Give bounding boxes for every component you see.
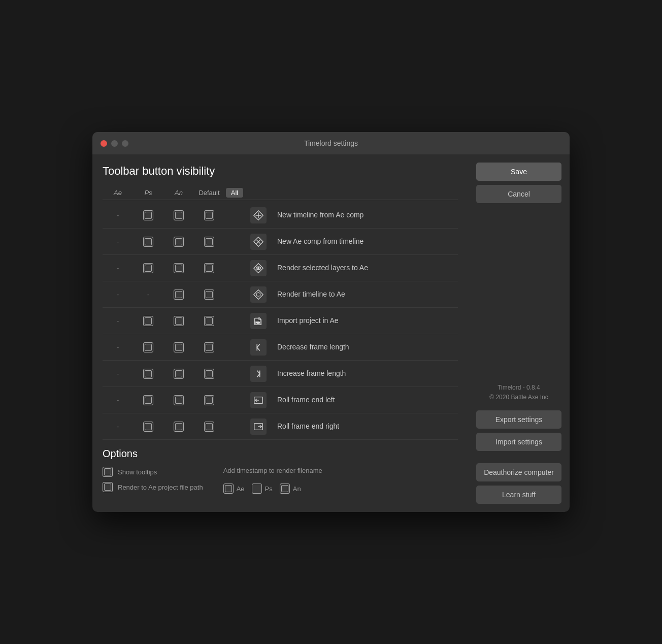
timestamp-an-label: An (293, 485, 301, 493)
timestamp-checkboxes: Ae Ps An (223, 484, 322, 494)
toolbar-section-title: Toolbar button visibility (103, 165, 458, 178)
svg-marker-9 (254, 289, 263, 299)
default-checkbox[interactable] (204, 369, 214, 379)
an-checkbox[interactable] (174, 342, 184, 352)
maximize-button[interactable] (122, 140, 128, 147)
ps-checkbox[interactable] (143, 210, 153, 220)
eye-diamond-icon (253, 263, 264, 274)
an-checkbox[interactable] (174, 316, 184, 326)
settings-window: Timelord settings Toolbar button visibil… (92, 132, 570, 512)
roll-frame-left-icon (250, 392, 267, 408)
render-to-ae-checkbox[interactable] (103, 482, 113, 492)
ps-checkbox[interactable] (143, 369, 153, 379)
minimize-button[interactable] (111, 140, 118, 147)
table-row: - Ne (103, 229, 458, 255)
an-checkbox[interactable] (174, 263, 184, 273)
render-selected-icon (250, 260, 267, 276)
timestamp-ae-item[interactable]: Ae (223, 484, 245, 494)
table-row: - Re (103, 255, 458, 281)
all-button[interactable]: All (226, 188, 243, 198)
toolbar-items-list[interactable]: - Ne (103, 202, 458, 440)
options-left-col: Show tooltips Render to Ae project file … (103, 467, 203, 494)
render-to-ae-row[interactable]: Render to Ae project file path (103, 482, 203, 492)
export-settings-button[interactable]: Export settings (476, 410, 561, 429)
default-checkbox[interactable] (204, 289, 214, 300)
show-tooltips-label: Show tooltips (118, 468, 157, 476)
deauthorize-button[interactable]: Deauthorize computer (476, 463, 561, 481)
default-checkbox[interactable] (204, 210, 214, 220)
ps-checkbox[interactable] (143, 237, 153, 247)
options-section: Options Show tooltips Render to Ae proje… (103, 440, 458, 502)
ps-checkbox[interactable] (143, 422, 153, 432)
col-header-ae: Ae (103, 189, 133, 197)
roll-frame-right-icon (250, 418, 267, 435)
roll-right-icon (253, 421, 264, 432)
arrow-right-bracket-icon (253, 368, 264, 379)
close-button[interactable] (101, 140, 107, 147)
default-checkbox[interactable] (204, 342, 214, 352)
item-label: New timeline from Ae comp (272, 210, 458, 219)
col-header-ps: Ps (133, 189, 163, 197)
left-panel: Toolbar button visibility Ae Ps An Defau… (92, 154, 468, 512)
default-checkbox[interactable] (204, 422, 214, 432)
default-checkbox[interactable] (204, 237, 214, 247)
ps-checkbox[interactable] (143, 263, 153, 273)
show-tooltips-row[interactable]: Show tooltips (103, 467, 203, 477)
an-checkbox[interactable] (174, 422, 184, 432)
timestamp-ae-checkbox[interactable] (223, 484, 234, 494)
timestamp-label: Add timestamp to render filename (223, 467, 322, 474)
table-row: - Ne (103, 202, 458, 229)
table-row: - Decrease frame leng (103, 334, 458, 361)
column-headers: Ae Ps An Default All (103, 186, 458, 200)
cancel-button[interactable]: Cancel (476, 185, 561, 203)
table-row: - Ro (103, 413, 458, 440)
col-header-an: An (163, 189, 194, 197)
import-settings-button[interactable]: Import settings (476, 433, 561, 451)
copyright-text: © 2020 Battle Axe Inc (476, 393, 561, 402)
an-checkbox[interactable] (174, 369, 184, 379)
new-timeline-icon (250, 207, 267, 223)
an-cell[interactable] (163, 210, 194, 220)
learn-stuff-button[interactable]: Learn stuff (476, 486, 561, 504)
timestamp-an-item[interactable]: An (280, 484, 301, 494)
timestamp-ps-item[interactable]: Ps (252, 484, 273, 494)
svg-text:PSD: PSD (256, 321, 260, 324)
increase-frame-icon (250, 366, 267, 382)
version-info: Timelord - 0.8.4 © 2020 Battle Axe Inc (476, 383, 561, 402)
default-checkbox[interactable] (204, 395, 214, 405)
import-project-icon: PSD (250, 313, 267, 329)
titlebar: Timelord settings (92, 132, 570, 154)
right-panel: Save Cancel Timelord - 0.8.4 © 2020 Batt… (468, 154, 570, 512)
table-row: - Increase frame leng (103, 361, 458, 387)
traffic-lights (101, 140, 128, 147)
render-to-ae-label: Render to Ae project file path (118, 484, 203, 491)
default-checkbox[interactable] (204, 316, 214, 326)
window-title: Timelord settings (304, 139, 358, 147)
roll-left-icon (253, 395, 264, 406)
save-button[interactable]: Save (476, 163, 561, 181)
psd-import-icon: PSD (253, 315, 264, 327)
default-checkbox[interactable] (204, 263, 214, 273)
default-cell[interactable] (194, 210, 224, 220)
tool-icon-cell (245, 207, 272, 223)
options-grid: Show tooltips Render to Ae project file … (103, 467, 458, 494)
ps-cell[interactable] (133, 210, 163, 220)
an-checkbox[interactable] (174, 289, 184, 300)
ps-checkbox[interactable] (143, 316, 153, 326)
ps-checkbox[interactable] (143, 395, 153, 405)
timestamp-ae-label: Ae (237, 485, 245, 493)
col-header-all[interactable]: All (224, 188, 245, 198)
an-checkbox[interactable] (174, 210, 184, 220)
ps-checkbox[interactable] (143, 342, 153, 352)
new-ae-comp-icon (250, 234, 267, 250)
col-header-default: Default (194, 189, 224, 197)
an-checkbox[interactable] (174, 395, 184, 405)
diamond-cross-icon (253, 210, 264, 221)
show-tooltips-checkbox[interactable] (103, 467, 113, 477)
render-timeline-icon (250, 286, 267, 303)
options-right-col: Add timestamp to render filename Ae Ps (223, 467, 322, 494)
timestamp-ps-label: Ps (265, 485, 273, 493)
timestamp-an-checkbox[interactable] (280, 484, 290, 494)
timestamp-ps-checkbox[interactable] (252, 484, 262, 494)
an-checkbox[interactable] (174, 237, 184, 247)
